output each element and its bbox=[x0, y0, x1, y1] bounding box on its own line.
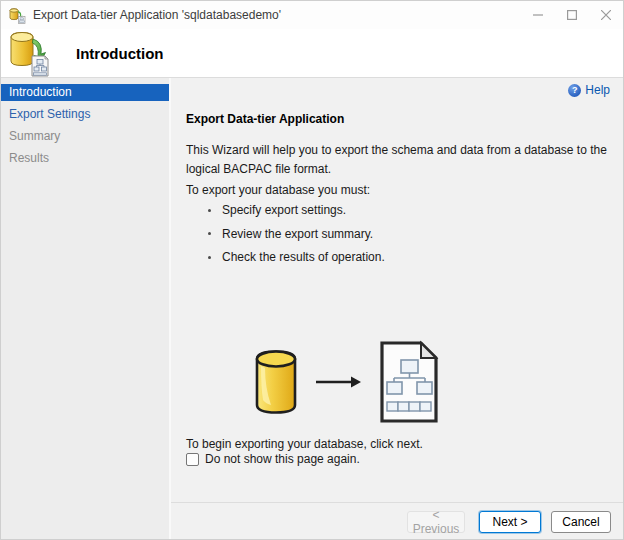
page-title: Introduction bbox=[76, 45, 163, 62]
dont-show-again-checkbox[interactable] bbox=[186, 453, 199, 466]
minimize-button[interactable] bbox=[521, 1, 555, 29]
bullet-text: Specify export settings. bbox=[222, 203, 346, 217]
sidebar-item-summary: Summary bbox=[1, 128, 169, 145]
closing-instruction: To begin exporting your database, click … bbox=[186, 437, 423, 451]
bullet-text: Check the results of operation. bbox=[222, 250, 385, 264]
bullet-text: Review the export summary. bbox=[222, 227, 373, 241]
bullet-icon bbox=[208, 256, 211, 259]
database-cylinder-icon bbox=[253, 348, 299, 416]
sidebar-item-introduction[interactable]: Introduction bbox=[1, 84, 169, 101]
wizard-header: Introduction bbox=[1, 29, 623, 78]
list-item: Specify export settings. bbox=[208, 204, 385, 216]
help-link-label: Help bbox=[585, 83, 610, 97]
bullet-icon bbox=[208, 209, 211, 212]
window-controls bbox=[521, 1, 623, 29]
maximize-button[interactable] bbox=[555, 1, 589, 29]
wizard-steps-sidebar: Introduction Export Settings Summary Res… bbox=[1, 78, 171, 539]
arrow-right-icon bbox=[315, 374, 363, 390]
app-database-export-icon bbox=[9, 7, 26, 24]
steps-bullet-list: Specify export settings. Review the expo… bbox=[208, 204, 385, 275]
export-illustration bbox=[253, 336, 439, 428]
help-icon: ? bbox=[568, 84, 581, 97]
list-item: Check the results of operation. bbox=[208, 251, 385, 263]
help-link[interactable]: ? Help bbox=[568, 83, 610, 97]
footer-divider bbox=[171, 502, 623, 503]
cancel-button[interactable]: Cancel bbox=[551, 511, 611, 533]
wizard-content: ? Help Export Data-tier Application This… bbox=[171, 78, 623, 539]
list-item: Review the export summary. bbox=[208, 228, 385, 240]
dont-show-again-row: Do not show this page again. bbox=[186, 452, 360, 466]
wizard-buttons: < Previous Next > Cancel bbox=[407, 511, 611, 533]
bacpac-document-icon bbox=[379, 340, 439, 424]
sidebar-item-results: Results bbox=[1, 150, 169, 167]
dont-show-again-label[interactable]: Do not show this page again. bbox=[205, 452, 360, 466]
list-intro-text: To export your database you must: bbox=[186, 183, 370, 197]
next-button[interactable]: Next > bbox=[479, 511, 541, 533]
sidebar-item-export-settings[interactable]: Export Settings bbox=[1, 106, 169, 123]
bullet-icon bbox=[208, 232, 211, 235]
title-bar: Export Data-tier Application 'sqldatabas… bbox=[1, 1, 623, 29]
previous-button[interactable]: < Previous bbox=[407, 511, 465, 533]
wizard-description: This Wizard will help you to export the … bbox=[186, 141, 618, 179]
database-export-icon bbox=[9, 30, 53, 77]
export-wizard-window: Export Data-tier Application 'sqldatabas… bbox=[0, 0, 624, 540]
close-button[interactable] bbox=[589, 1, 623, 29]
content-heading: Export Data-tier Application bbox=[186, 112, 344, 126]
window-title: Export Data-tier Application 'sqldatabas… bbox=[33, 8, 281, 22]
